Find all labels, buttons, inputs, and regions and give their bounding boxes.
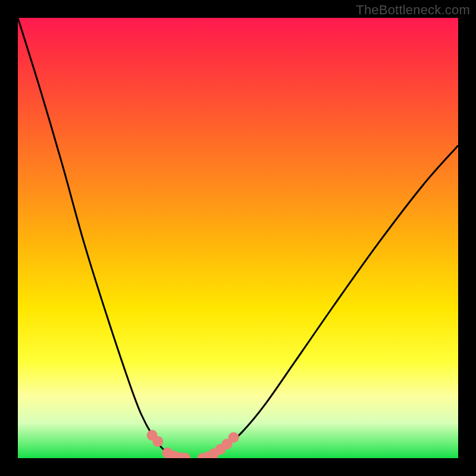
plot-area [18,18,458,458]
left-curve [18,18,185,458]
data-marker [152,436,163,447]
right-curve [203,146,458,458]
data-markers [147,430,239,458]
chart-frame: TheBottleneck.com [0,0,476,476]
data-marker [228,432,239,443]
curve-layer [18,18,458,458]
attribution-text: TheBottleneck.com [356,2,470,18]
